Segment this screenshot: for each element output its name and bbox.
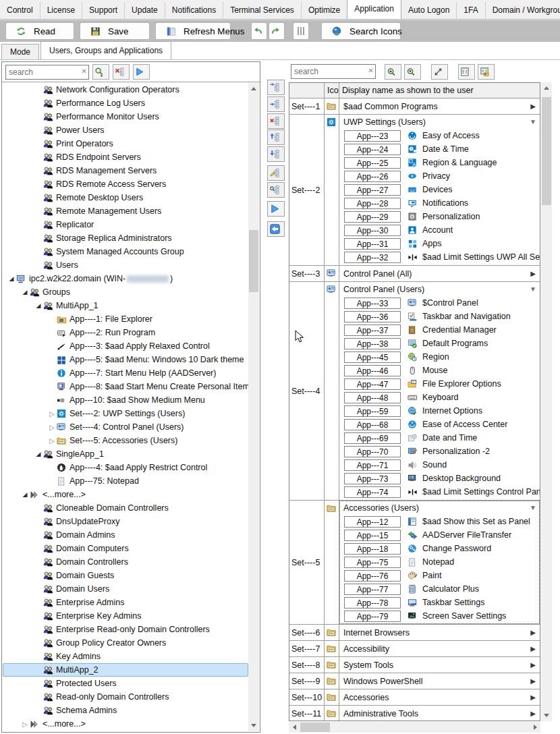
- refresh-menus-button[interactable]: Refresh Menus: [155, 22, 231, 40]
- app-row[interactable]: App---32$aad Limit Settings UWP All Sett…: [339, 250, 540, 264]
- tab-domain-workgroup[interactable]: Domain / Workgroup: [486, 2, 560, 19]
- app-id-box[interactable]: App---71: [344, 459, 401, 471]
- expand-arrow-icon[interactable]: ▼: [526, 504, 540, 511]
- expander-open-icon[interactable]: ◢: [34, 451, 43, 457]
- app-row[interactable]: App---15AADServer FileTransfer: [339, 528, 540, 542]
- app-row[interactable]: App---31Apps: [339, 237, 540, 250]
- app-id-box[interactable]: App---45: [344, 351, 401, 363]
- save-button[interactable]: Save: [80, 22, 150, 40]
- tree-item[interactable]: Domain Users: [3, 582, 248, 596]
- app-row[interactable]: App---74$aad Limit Settings Control Pane…: [339, 485, 540, 499]
- app-row[interactable]: App---59Internet Options: [339, 404, 540, 418]
- tree-item[interactable]: ▷Set----4: Control Panel (Users): [3, 420, 248, 434]
- subtab-users-groups-and-applications[interactable]: Users, Groups and Applications: [40, 41, 171, 59]
- expander-closed-icon[interactable]: ▷: [48, 410, 56, 418]
- tree-item[interactable]: App----3: $aad Apply Relaxed Control: [3, 339, 248, 353]
- tree-item[interactable]: Replicator: [3, 218, 248, 231]
- tree-item[interactable]: Network Configuration Operators: [3, 83, 248, 96]
- scroll-right-icon[interactable]: [530, 722, 540, 733]
- expander-closed-icon[interactable]: ▷: [21, 721, 29, 728]
- tree-item[interactable]: Remote Desktop Users: [3, 191, 248, 204]
- app-id-box[interactable]: App---69: [344, 432, 401, 444]
- app-row[interactable]: App---24Date & Time: [339, 142, 540, 156]
- collapse-arrow-icon[interactable]: ▶: [526, 677, 540, 685]
- app-id-box[interactable]: App---79: [344, 611, 401, 622]
- app-row[interactable]: App---73Desktop Background: [339, 472, 540, 485]
- app-id-box[interactable]: App---31: [344, 238, 401, 250]
- collapse-arrow-icon[interactable]: ▶: [526, 661, 540, 669]
- tree-item[interactable]: ◢Groups: [3, 285, 248, 299]
- tree-item[interactable]: App----7: Start Menu Help (AADServer): [3, 366, 248, 380]
- app-row[interactable]: App---29Personalization: [339, 210, 540, 223]
- expander-open-icon[interactable]: ◢: [21, 289, 29, 295]
- tree-item[interactable]: System Managed Accounts Group: [3, 245, 248, 258]
- tree-item[interactable]: Enterprise Key Admins: [3, 609, 248, 623]
- right-table-vscrollbar[interactable]: [541, 82, 552, 721]
- set-header[interactable]: Control Panel (Users)▼: [339, 282, 540, 296]
- search-previous-button[interactable]: [385, 64, 401, 80]
- scroll-down-icon[interactable]: [248, 720, 259, 731]
- tab-control[interactable]: Control: [0, 2, 40, 19]
- run-play-button[interactable]: [267, 201, 285, 217]
- app-row[interactable]: App---71Sound: [339, 458, 540, 472]
- left-tree-scrollbar[interactable]: [248, 83, 259, 731]
- tree-item[interactable]: Performance Monitor Users: [3, 110, 248, 123]
- app-id-box[interactable]: App---77: [344, 584, 401, 595]
- tree-item[interactable]: Domain Computers: [3, 542, 248, 555]
- collapse-arrow-icon[interactable]: ▶: [526, 694, 540, 701]
- app-row[interactable]: App---47File Explorer Options: [339, 377, 540, 391]
- app-row[interactable]: App---33$Control Panel: [339, 296, 540, 310]
- app-row[interactable]: App---28Notifications: [339, 196, 540, 210]
- tree-item[interactable]: Print Operators: [3, 137, 248, 150]
- app-id-box[interactable]: App---37: [344, 324, 401, 336]
- app-id-box[interactable]: App---18: [344, 543, 401, 555]
- app-id-box[interactable]: App---59: [344, 405, 401, 417]
- app-row[interactable]: App---36Taskbar and Navigation: [339, 310, 540, 323]
- set-header[interactable]: UWP Settings (Users)▼: [339, 115, 540, 129]
- tree-item[interactable]: ▷Set----2: UWP Settings (Users): [3, 407, 248, 420]
- tree-item[interactable]: Domain Admins: [3, 528, 248, 542]
- set-header[interactable]: System Tools▶: [339, 657, 540, 673]
- app-id-box[interactable]: App---70: [344, 446, 401, 457]
- tree-item[interactable]: ▷<...more...>: [3, 717, 248, 731]
- app-row[interactable]: App---26Privacy: [339, 169, 540, 183]
- app-row[interactable]: App---68Ease of Access Center: [339, 418, 540, 431]
- right-search-input[interactable]: [291, 65, 375, 78]
- set-header[interactable]: Control Panel (All)▶: [339, 266, 540, 281]
- clear-text-icon[interactable]: ✕: [368, 67, 374, 74]
- save-list-button[interactable]: [478, 64, 495, 80]
- tree-item[interactable]: Key Admins: [3, 650, 248, 663]
- set-header[interactable]: $aad Common Programs▶: [339, 98, 540, 114]
- app-row[interactable]: App---23Easy of Access: [339, 129, 540, 142]
- expand-all-button[interactable]: [431, 64, 448, 80]
- app-id-box[interactable]: App---74: [344, 486, 401, 498]
- app-row[interactable]: App---48Keyboard: [339, 391, 540, 404]
- app-row[interactable]: App---45Region: [339, 350, 540, 364]
- left-clear-find-button[interactable]: [113, 64, 130, 80]
- collapse-arrow-icon[interactable]: ▶: [526, 710, 540, 717]
- left-find-button[interactable]: [92, 64, 109, 80]
- search-icons-button[interactable]: Search Icons: [321, 22, 401, 40]
- app-id-box[interactable]: App---33: [344, 298, 401, 309]
- app-row[interactable]: App---78Taskbar Settings: [339, 596, 540, 609]
- tree-item[interactable]: Group Policy Creator Owners: [3, 636, 248, 650]
- tree-item[interactable]: Performance Log Users: [3, 96, 248, 110]
- tree-item[interactable]: App----2: Run Program: [3, 326, 248, 339]
- tree-item[interactable]: Schema Admins: [3, 704, 248, 717]
- tab-1fa[interactable]: 1FA: [457, 2, 485, 19]
- set-header[interactable]: Windows PowerShell▶: [339, 673, 540, 689]
- tree-item[interactable]: ◢SingleApp_1: [3, 447, 248, 461]
- app-row[interactable]: App---25ARegion & Language: [339, 156, 540, 169]
- collapse-arrow-icon[interactable]: ▶: [526, 645, 540, 652]
- set-header[interactable]: Internet Browsers▶: [339, 625, 540, 640]
- tree-item[interactable]: Cloneable Domain Controllers: [3, 501, 248, 515]
- clear-text-icon[interactable]: ✕: [82, 67, 87, 75]
- collapse-arrow-icon[interactable]: ▶: [526, 629, 540, 636]
- app-row[interactable]: App---37Credential Manager: [339, 323, 540, 337]
- right-hscroll-thumb[interactable]: [300, 723, 330, 732]
- tree-item[interactable]: Protected Users: [3, 677, 248, 690]
- tree-item[interactable]: App---10: $aad Show Medium Menu: [3, 393, 248, 407]
- app-id-box[interactable]: App---47: [344, 378, 401, 390]
- insert-sibling-button[interactable]: [267, 80, 285, 95]
- insert-child-button[interactable]: [267, 96, 285, 112]
